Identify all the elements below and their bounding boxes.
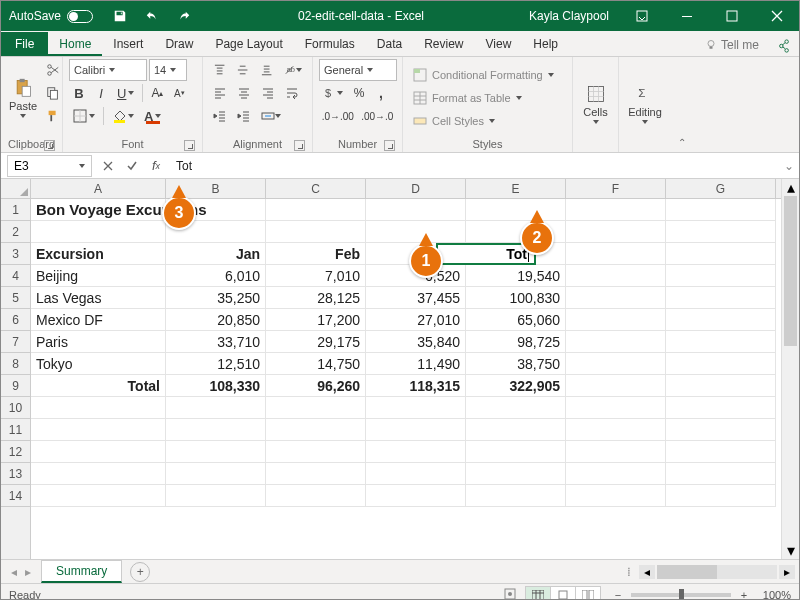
minimize-button[interactable] xyxy=(664,1,709,31)
scroll-right-button[interactable]: ▸ xyxy=(779,565,795,579)
new-sheet-button[interactable]: + xyxy=(130,562,150,582)
cell-G4[interactable] xyxy=(666,265,776,287)
autosave-toggle[interactable]: AutoSave xyxy=(1,9,101,23)
row-header-3[interactable]: 3 xyxy=(1,243,30,265)
formula-input[interactable]: Tot xyxy=(168,159,779,173)
cell-F3[interactable] xyxy=(566,243,666,265)
align-center-button[interactable] xyxy=(233,82,255,104)
zoom-control[interactable]: − + 100% xyxy=(611,589,791,601)
cell-G9[interactable] xyxy=(666,375,776,397)
cell-A11[interactable] xyxy=(31,419,166,441)
ribbon-options-button[interactable] xyxy=(619,1,664,31)
cell-A2[interactable] xyxy=(31,221,166,243)
cell-C14[interactable] xyxy=(266,485,366,507)
column-header-E[interactable]: E xyxy=(466,179,566,198)
cell-G5[interactable] xyxy=(666,287,776,309)
cell-E5[interactable]: 100,830 xyxy=(466,287,566,309)
scroll-down-button[interactable]: ▾ xyxy=(782,542,799,559)
cell-C10[interactable] xyxy=(266,397,366,419)
tab-insert[interactable]: Insert xyxy=(102,33,154,56)
cell-B5[interactable]: 35,250 xyxy=(166,287,266,309)
editing-button[interactable]: ΣEditing xyxy=(625,59,665,149)
conditional-formatting-button[interactable]: Conditional Formatting xyxy=(409,64,566,86)
cell-G10[interactable] xyxy=(666,397,776,419)
alignment-dialog-launcher[interactable] xyxy=(294,140,305,151)
merge-center-button[interactable] xyxy=(257,105,285,127)
row-header-1[interactable]: 1 xyxy=(1,199,30,221)
cell-E14[interactable] xyxy=(466,485,566,507)
column-header-F[interactable]: F xyxy=(566,179,666,198)
enter-edit-button[interactable] xyxy=(120,155,144,177)
cell-C13[interactable] xyxy=(266,463,366,485)
page-layout-view-button[interactable] xyxy=(550,586,576,601)
zoom-in-button[interactable]: + xyxy=(737,589,751,601)
cell-D10[interactable] xyxy=(366,397,466,419)
tab-draw[interactable]: Draw xyxy=(154,33,204,56)
increase-indent-button[interactable] xyxy=(233,105,255,127)
italic-button[interactable]: I xyxy=(91,82,111,104)
font-dialog-launcher[interactable] xyxy=(184,140,195,151)
format-painter-button[interactable] xyxy=(42,105,64,127)
select-all-button[interactable] xyxy=(1,179,31,199)
font-size-select[interactable]: 14 xyxy=(149,59,187,81)
cell-B3[interactable]: Jan xyxy=(166,243,266,265)
row-header-8[interactable]: 8 xyxy=(1,353,30,375)
paste-button[interactable]: Paste xyxy=(7,59,39,137)
cell-G2[interactable] xyxy=(666,221,776,243)
cell-A9[interactable]: Total xyxy=(31,375,166,397)
cell-E8[interactable]: 38,750 xyxy=(466,353,566,375)
cell-F6[interactable] xyxy=(566,309,666,331)
insert-function-button[interactable]: fx xyxy=(144,155,168,177)
cell-A12[interactable] xyxy=(31,441,166,463)
user-name[interactable]: Kayla Claypool xyxy=(519,9,619,23)
name-box[interactable]: E3 xyxy=(7,155,92,177)
column-header-C[interactable]: C xyxy=(266,179,366,198)
bold-button[interactable]: B xyxy=(69,82,89,104)
percent-format-button[interactable]: % xyxy=(349,82,369,104)
copy-button[interactable] xyxy=(42,82,64,104)
sheet-tab-summary[interactable]: Summary xyxy=(41,560,122,583)
align-top-button[interactable] xyxy=(209,59,230,81)
align-right-button[interactable] xyxy=(257,82,279,104)
vertical-scrollbar[interactable]: ▴ ▾ xyxy=(781,179,799,559)
cell-C5[interactable]: 28,125 xyxy=(266,287,366,309)
maximize-button[interactable] xyxy=(709,1,754,31)
wrap-text-button[interactable] xyxy=(281,82,303,104)
cell-G8[interactable] xyxy=(666,353,776,375)
cell-G6[interactable] xyxy=(666,309,776,331)
align-left-button[interactable] xyxy=(209,82,231,104)
decrease-indent-button[interactable] xyxy=(209,105,231,127)
cell-B9[interactable]: 108,330 xyxy=(166,375,266,397)
tab-page-layout[interactable]: Page Layout xyxy=(204,33,293,56)
cell-C2[interactable] xyxy=(266,221,366,243)
cell-B10[interactable] xyxy=(166,397,266,419)
hscroll-thumb[interactable] xyxy=(657,565,717,579)
tab-formulas[interactable]: Formulas xyxy=(294,33,366,56)
clipboard-dialog-launcher[interactable] xyxy=(44,140,55,151)
row-header-13[interactable]: 13 xyxy=(1,463,30,485)
borders-button[interactable] xyxy=(69,105,99,127)
comma-format-button[interactable]: , xyxy=(371,82,391,104)
row-header-11[interactable]: 11 xyxy=(1,419,30,441)
cell-B12[interactable] xyxy=(166,441,266,463)
cell-D1[interactable] xyxy=(366,199,466,221)
row-header-6[interactable]: 6 xyxy=(1,309,30,331)
cell-A8[interactable]: Tokyo xyxy=(31,353,166,375)
share-button[interactable] xyxy=(769,39,799,56)
cell-F8[interactable] xyxy=(566,353,666,375)
cell-F9[interactable] xyxy=(566,375,666,397)
cell-A3[interactable]: Excursion xyxy=(31,243,166,265)
row-header-7[interactable]: 7 xyxy=(1,331,30,353)
cell-F14[interactable] xyxy=(566,485,666,507)
page-break-view-button[interactable] xyxy=(575,586,601,601)
cell-G14[interactable] xyxy=(666,485,776,507)
orientation-button[interactable]: ab xyxy=(279,59,306,81)
format-as-table-button[interactable]: Format as Table xyxy=(409,87,566,109)
cell-E12[interactable] xyxy=(466,441,566,463)
cell-F10[interactable] xyxy=(566,397,666,419)
zoom-slider[interactable] xyxy=(631,593,731,597)
row-header-9[interactable]: 9 xyxy=(1,375,30,397)
accounting-format-button[interactable]: $ xyxy=(319,82,347,104)
cell-A13[interactable] xyxy=(31,463,166,485)
cell-G12[interactable] xyxy=(666,441,776,463)
